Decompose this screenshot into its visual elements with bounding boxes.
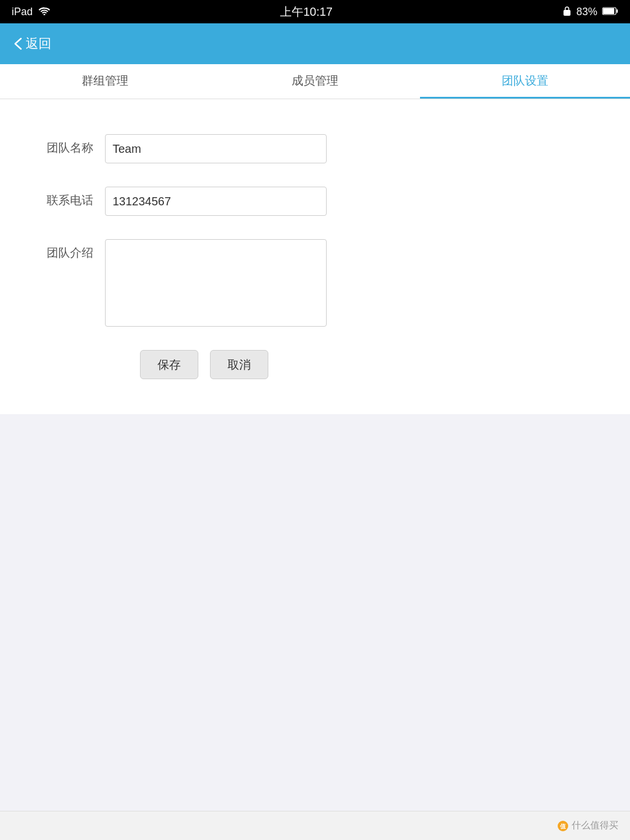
team-name-group: 团队名称 (0, 123, 630, 175)
status-bar: iPad 上午10:17 83% (0, 0, 630, 23)
contact-input[interactable] (105, 187, 327, 216)
cancel-label: 取消 (228, 357, 251, 373)
tab-group[interactable]: 群组管理 (0, 64, 210, 99)
footer-logo: 值 什么值得买 (558, 820, 618, 832)
contact-label: 联系电话 (35, 187, 105, 208)
cancel-button[interactable]: 取消 (210, 350, 268, 379)
device-label: iPad (12, 6, 33, 18)
svg-rect-2 (603, 8, 614, 14)
back-label: 返回 (26, 35, 51, 52)
tab-team[interactable]: 团队设置 (420, 64, 630, 99)
save-label: 保存 (158, 357, 181, 373)
svg-rect-3 (617, 9, 618, 13)
team-name-label: 团队名称 (35, 134, 105, 156)
tab-member[interactable]: 成员管理 (210, 64, 420, 99)
status-bar-right: 83% (562, 5, 618, 19)
svg-text:值: 值 (559, 823, 566, 830)
intro-label: 团队介绍 (35, 239, 105, 261)
tab-bar: 群组管理 成员管理 团队设置 (0, 64, 630, 99)
main-content: 团队名称 联系电话 团队介绍 保存 取消 (0, 99, 630, 414)
tab-member-label: 成员管理 (292, 73, 338, 89)
contact-group: 联系电话 (0, 175, 630, 228)
screen-lock-icon (562, 5, 572, 19)
form-actions: 保存 取消 (0, 338, 630, 391)
intro-textarea[interactable] (105, 239, 327, 327)
wifi-icon (38, 6, 50, 18)
status-bar-left: iPad (12, 6, 50, 18)
tab-group-label: 群组管理 (82, 73, 128, 89)
battery-percent: 83% (576, 6, 597, 18)
svg-rect-0 (564, 10, 570, 16)
back-button[interactable]: 返回 (14, 35, 51, 52)
save-button[interactable]: 保存 (140, 350, 198, 379)
intro-group: 团队介绍 (0, 228, 630, 338)
status-bar-time: 上午10:17 (280, 4, 332, 20)
team-name-input[interactable] (105, 134, 327, 163)
footer-logo-text: 什么值得买 (572, 820, 618, 832)
nav-bar: 返回 (0, 23, 630, 64)
tab-team-label: 团队设置 (502, 73, 548, 89)
battery-icon (602, 6, 618, 18)
footer: 值 什么值得买 (0, 811, 630, 840)
